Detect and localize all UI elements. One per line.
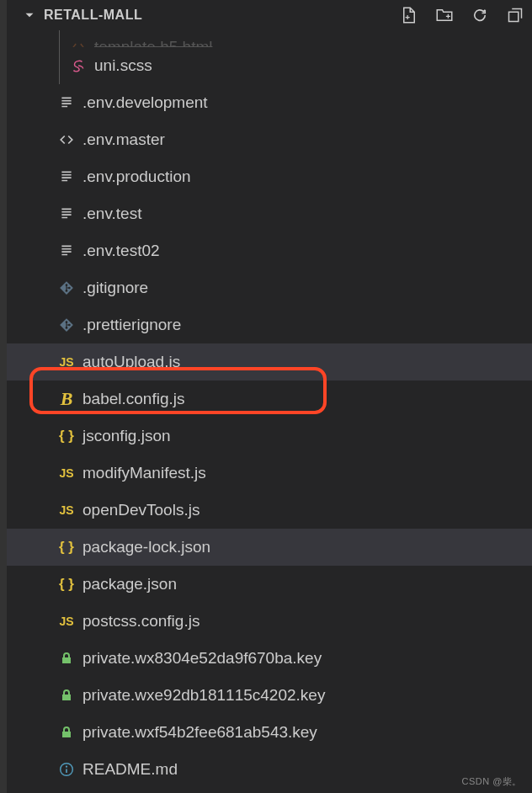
file-label: private.wx8304e52da9f670ba.key [82,649,322,668]
file-item[interactable]: { }package.json [7,566,532,603]
file-item[interactable]: JSopenDevTools.js [7,492,532,529]
babel-icon: B [56,388,77,410]
file-label: template.h5.html [94,38,212,47]
file-label: openDevTools.js [82,501,200,519]
lines-icon [56,95,77,110]
braces-icon: { } [56,576,77,593]
watermark: CSDN @柴。 [462,775,522,788]
file-item[interactable]: template.h5.html [7,30,532,47]
file-label: postcss.config.js [82,612,200,631]
file-item[interactable]: private.wxe92db181115c4202.key [7,677,532,714]
file-item[interactable]: .prettierignore [7,306,532,343]
file-label: .env.master [82,130,165,149]
lines-icon [56,206,77,221]
svg-point-7 [66,766,67,768]
file-label: .env.production [82,168,191,186]
lines-icon [56,243,77,258]
js-icon: JS [56,615,77,628]
file-item[interactable]: JSautoUpload.js [7,343,532,381]
file-label: jsconfig.json [82,427,171,445]
js-icon: JS [56,355,77,369]
file-item[interactable]: .env.master [7,121,532,158]
file-item[interactable]: JSpostcss.config.js [7,603,532,640]
git-icon [56,280,77,295]
file-item[interactable]: { }jsconfig.json [7,418,532,455]
file-label: .gitignore [82,279,148,297]
lock-icon [56,689,77,702]
braces-icon: { } [56,428,77,444]
file-label: package.json [82,575,177,593]
explorer-panel: RETALL-MALL template.h5.htmluni.scss.env… [7,0,532,793]
file-item[interactable]: .env.production [7,158,532,195]
file-label: package-lock.json [82,538,210,556]
new-folder-icon[interactable] [434,5,455,25]
scss-icon [67,58,89,73]
collapse-all-icon[interactable] [505,5,525,25]
file-label: private.wxe92db181115c4202.key [82,686,325,705]
js-icon: JS [56,466,77,480]
file-item[interactable]: uni.scss [7,47,532,84]
braces-icon: { } [56,539,77,556]
new-file-icon[interactable] [399,5,419,25]
file-item[interactable]: private.wx8304e52da9f670ba.key [7,640,532,677]
file-item[interactable]: .env.test [7,195,532,232]
js-icon: JS [56,503,77,517]
file-label: .env.development [82,93,208,112]
file-item[interactable]: Bbabel.config.js [7,381,532,418]
file-label: uni.scss [94,56,152,75]
activity-bar [0,0,7,793]
file-item[interactable]: { }package-lock.json [7,529,532,566]
indent-guide [59,30,60,47]
file-item[interactable]: private.wxf54b2fee681ab543.key [7,714,532,751]
indent-guide [59,47,60,84]
git-icon [56,317,77,333]
file-label: .env.test [82,205,141,223]
file-item[interactable]: .gitignore [7,269,532,306]
file-item[interactable]: JSmodifyManifest.js [7,455,532,492]
html-icon [67,40,89,47]
chevron-down-icon [22,8,37,23]
lock-icon [56,726,77,739]
file-tree: template.h5.htmluni.scss.env.development… [7,30,532,788]
lock-icon [56,652,77,665]
file-label: modifyManifest.js [82,464,206,482]
file-label: babel.config.js [82,390,184,408]
refresh-icon[interactable] [470,5,490,25]
file-label: .env.test02 [82,242,160,260]
angle-icon [56,132,77,147]
file-item[interactable]: .env.test02 [7,232,532,269]
info-icon [56,762,77,777]
file-label: private.wxf54b2fee681ab543.key [82,723,317,742]
lines-icon [56,169,77,184]
project-title: RETALL-MALL [44,8,399,23]
file-label: README.md [82,760,178,779]
explorer-header[interactable]: RETALL-MALL [7,0,532,30]
file-item[interactable]: .env.development [7,84,532,121]
file-label: autoUpload.js [82,353,180,371]
file-item[interactable]: README.md [7,751,532,788]
header-actions [399,5,525,25]
file-label: .prettierignore [82,316,181,334]
